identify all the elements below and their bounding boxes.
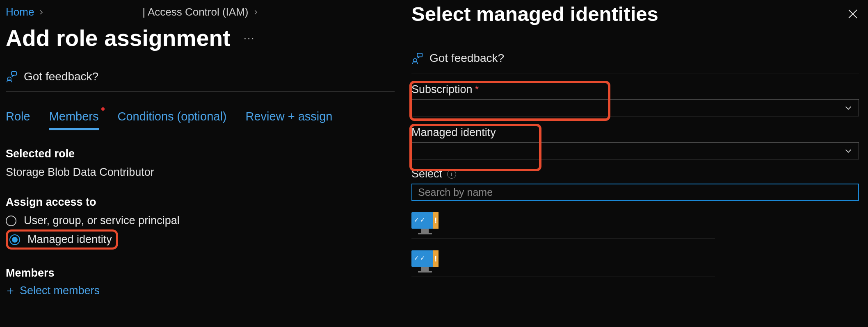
identity-result-row[interactable]: ✓✓ !	[411, 250, 715, 277]
selected-role-value: Storage Blob Data Contributor	[6, 166, 396, 179]
panel-feedback-link[interactable]: Got feedback?	[411, 52, 859, 73]
breadcrumb-iam[interactable]: | Access Control (IAM)	[142, 6, 248, 18]
subscription-label: Subscription	[411, 83, 473, 96]
chevron-right-icon	[38, 9, 44, 15]
select-members-label: Select members	[20, 284, 100, 297]
feedback-link[interactable]: Got feedback?	[6, 70, 395, 92]
identity-result-row[interactable]: ✓✓ !	[411, 212, 715, 239]
close-button[interactable]	[847, 8, 859, 20]
tab-role[interactable]: Role	[6, 110, 30, 130]
person-feedback-icon	[411, 52, 423, 64]
panel-feedback-label: Got feedback?	[429, 52, 504, 65]
select-members-link[interactable]: Select members	[6, 284, 396, 297]
plus-icon	[6, 286, 15, 295]
tab-review[interactable]: Review + assign	[246, 110, 333, 130]
radio-user-group-sp[interactable]: User, group, or service principal	[6, 214, 396, 227]
person-feedback-icon	[6, 71, 17, 82]
select-label: Select	[411, 168, 442, 180]
chevron-down-icon	[844, 103, 853, 112]
chevron-right-icon	[253, 9, 258, 15]
info-icon[interactable]: i	[447, 170, 456, 179]
assign-access-label: Assign access to	[6, 196, 396, 209]
members-label: Members	[6, 267, 396, 279]
tab-members[interactable]: Members	[49, 110, 99, 130]
more-actions-button[interactable]: ···	[240, 31, 258, 45]
breadcrumb-home[interactable]: Home	[6, 6, 34, 18]
chevron-down-icon	[844, 146, 853, 155]
managed-identity-label: Managed identity	[411, 126, 496, 139]
radio-icon	[6, 216, 16, 226]
radio-managed-label: Managed identity	[27, 233, 112, 246]
svg-rect-7	[417, 53, 422, 57]
svg-rect-1	[11, 72, 16, 75]
radio-icon	[9, 234, 20, 245]
vm-identity-icon: ✓✓ !	[411, 212, 439, 234]
managed-identity-dropdown[interactable]	[411, 142, 859, 159]
feedback-label: Got feedback?	[24, 70, 98, 83]
tabs: Role Members Conditions (optional) Revie…	[6, 110, 396, 130]
unsaved-indicator-icon	[101, 107, 105, 111]
subscription-dropdown[interactable]	[411, 99, 859, 116]
panel-title: Select managed identities	[411, 2, 658, 25]
vm-identity-icon: ✓✓ !	[411, 250, 439, 272]
required-indicator: *	[475, 84, 479, 95]
radio-managed-identity[interactable]: Managed identity	[9, 233, 112, 246]
search-input[interactable]	[411, 184, 859, 201]
tab-members-label: Members	[49, 110, 99, 123]
selected-role-label: Selected role	[6, 148, 396, 160]
page-title: Add role assignment	[6, 25, 231, 51]
tab-conditions[interactable]: Conditions (optional)	[118, 110, 227, 130]
radio-user-label: User, group, or service principal	[24, 214, 180, 227]
breadcrumb: Home | Access Control (IAM)	[6, 4, 396, 23]
